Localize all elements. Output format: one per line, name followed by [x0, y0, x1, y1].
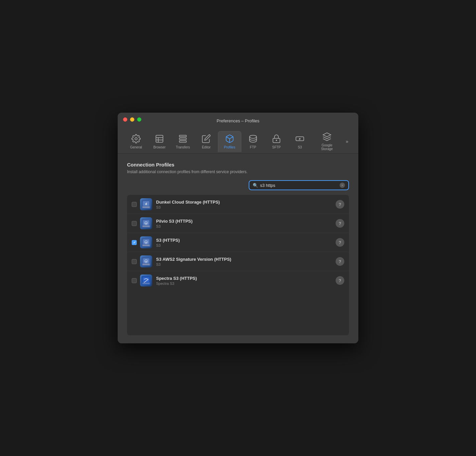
- search-bar-wrap: 🔍 ✕: [127, 180, 349, 190]
- svg-rect-35: [142, 282, 150, 284]
- search-input[interactable]: [260, 183, 338, 188]
- profile-name: S3 (HTTPS): [156, 238, 336, 243]
- gear-icon: [131, 133, 141, 144]
- content-area: Connection Profiles Install additional c…: [118, 154, 358, 343]
- profiles-list: d Dunkel Cloud Storage (HTTPS) S3 ?: [127, 195, 349, 335]
- toolbar-label-sftp: SFTP: [272, 145, 281, 149]
- google-storage-icon: [322, 131, 332, 142]
- profile-checkbox-s3aws2[interactable]: [132, 259, 137, 264]
- profile-name: Dunkel Cloud Storage (HTTPS): [156, 200, 336, 205]
- toolbar-label-general: General: [130, 145, 142, 149]
- browser-icon: [154, 133, 165, 144]
- profile-name: S3 AWS2 Signature Version (HTTPS): [156, 257, 336, 262]
- more-button[interactable]: »: [342, 137, 352, 146]
- profile-icon-spectra: [140, 274, 152, 287]
- profile-type: S3: [156, 224, 336, 228]
- toolbar-item-s3[interactable]: a S3: [288, 131, 312, 152]
- profile-type: S3: [156, 262, 336, 266]
- svg-text:a: a: [299, 137, 301, 140]
- section-desc: Install additional connection profiles f…: [127, 169, 349, 174]
- help-button-s3aws2[interactable]: ?: [336, 257, 344, 266]
- toolbar-item-sftp[interactable]: SFTP: [265, 131, 288, 152]
- profile-name: Spectra S3 (HTTPS): [156, 276, 336, 281]
- toolbar-item-google-storage[interactable]: Google Storage: [312, 129, 342, 153]
- help-button-spectra[interactable]: ?: [336, 276, 344, 285]
- toolbar-label-profiles: Profiles: [224, 145, 235, 149]
- help-button-pilvio[interactable]: ?: [336, 219, 344, 228]
- svg-marker-14: [323, 133, 331, 137]
- svg-rect-25: [142, 244, 150, 246]
- section-title: Connection Profiles: [127, 162, 349, 167]
- help-button-dunkel[interactable]: ?: [336, 200, 344, 209]
- search-clear-button[interactable]: ✕: [340, 183, 345, 188]
- toolbar-item-profiles[interactable]: Profiles: [218, 131, 241, 152]
- profile-row[interactable]: d Dunkel Cloud Storage (HTTPS) S3 ?: [127, 195, 349, 214]
- toolbar-label-s3: S3: [298, 145, 302, 149]
- profile-type: S3: [156, 205, 336, 209]
- toolbar-label-ftp: FTP: [250, 145, 256, 149]
- svg-point-0: [135, 137, 137, 140]
- svg-rect-6: [180, 138, 187, 139]
- toolbar-label-editor: Editor: [202, 145, 211, 149]
- profile-name: Pilvio S3 (HTTPS): [156, 219, 336, 224]
- transfers-icon: [177, 133, 188, 144]
- svg-rect-5: [180, 135, 187, 137]
- search-bar: 🔍 ✕: [249, 180, 349, 190]
- toolbar-item-editor[interactable]: Editor: [195, 131, 218, 152]
- profile-type: S3: [156, 243, 336, 247]
- toolbar: General Browser: [123, 127, 353, 153]
- help-button-s3https[interactable]: ?: [336, 238, 344, 247]
- svg-rect-16: [142, 206, 150, 208]
- close-button[interactable]: [123, 117, 127, 122]
- svg-text:a: a: [145, 222, 147, 224]
- profile-checkbox-pilvio[interactable]: [132, 221, 137, 226]
- sftp-icon: [271, 133, 282, 144]
- s3-icon: a: [294, 133, 305, 144]
- profile-type: Spectra S3: [156, 281, 336, 286]
- ftp-icon: [248, 133, 258, 144]
- svg-text:d: d: [145, 202, 147, 206]
- svg-text:a: a: [145, 260, 147, 262]
- toolbar-item-ftp[interactable]: FTP: [241, 131, 265, 152]
- svg-rect-7: [180, 140, 187, 142]
- toolbar-label-transfers: Transfers: [176, 145, 190, 149]
- profile-row[interactable]: a Pilvio S3 (HTTPS) S3 ?: [127, 214, 349, 233]
- profiles-icon: [224, 133, 235, 144]
- profile-checkbox-s3https[interactable]: [132, 240, 137, 245]
- svg-rect-20: [142, 225, 150, 227]
- preferences-window: Preferences – Profiles General: [118, 113, 358, 343]
- minimize-button[interactable]: [130, 117, 134, 122]
- toolbar-label-browser: Browser: [153, 145, 166, 149]
- profile-icon-s3aws2: a: [140, 255, 152, 267]
- svg-rect-36: [143, 277, 149, 282]
- profile-icon-dunkel: d: [140, 198, 152, 210]
- toolbar-item-transfers[interactable]: Transfers: [171, 131, 195, 152]
- toolbar-item-browser[interactable]: Browser: [148, 131, 171, 152]
- profile-info-pilvio: Pilvio S3 (HTTPS) S3: [156, 219, 336, 228]
- profile-info-dunkel: Dunkel Cloud Storage (HTTPS) S3: [156, 200, 336, 209]
- window-title: Preferences – Profiles: [123, 118, 353, 123]
- profile-info-s3aws2: S3 AWS2 Signature Version (HTTPS) S3: [156, 257, 336, 266]
- titlebar: Preferences – Profiles General: [118, 113, 358, 154]
- profile-checkbox-spectra[interactable]: [132, 278, 137, 283]
- editor-icon: [201, 133, 212, 144]
- profile-icon-s3https: a: [140, 236, 152, 248]
- search-icon: 🔍: [253, 183, 258, 188]
- profile-info-spectra: Spectra S3 (HTTPS) Spectra S3: [156, 276, 336, 286]
- svg-rect-30: [142, 263, 150, 265]
- toolbar-label-google-storage: Google Storage: [316, 143, 338, 151]
- svg-text:a: a: [145, 241, 147, 243]
- profile-icon-pilvio: a: [140, 217, 152, 229]
- profile-row[interactable]: Spectra S3 (HTTPS) Spectra S3 ?: [127, 271, 349, 290]
- profile-row[interactable]: a S3 (HTTPS) S3 ?: [127, 233, 349, 252]
- toolbar-item-general[interactable]: General: [124, 131, 148, 152]
- profile-info-s3https: S3 (HTTPS) S3: [156, 238, 336, 247]
- profile-row[interactable]: a S3 AWS2 Signature Version (HTTPS) S3 ?: [127, 252, 349, 271]
- svg-rect-1: [156, 135, 163, 142]
- svg-point-9: [250, 135, 257, 138]
- svg-point-11: [276, 140, 277, 140]
- maximize-button[interactable]: [137, 117, 141, 122]
- profile-checkbox-dunkel[interactable]: [132, 202, 137, 207]
